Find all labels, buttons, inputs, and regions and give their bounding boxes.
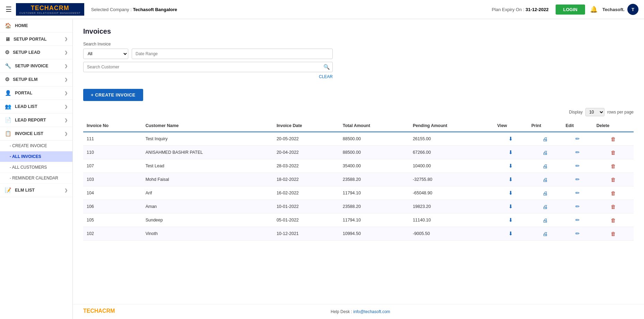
cell-print[interactable]: 🖨	[528, 200, 562, 213]
sidebar-item-portal[interactable]: 👤 PORTAL ❯	[0, 86, 72, 100]
table-body: 111 Test Inquiry 20-05-2022 88500.00 261…	[83, 132, 634, 241]
cell-edit[interactable]: ✏	[562, 200, 593, 213]
sidebar-item-elm-list[interactable]: 📝 ELM LIST ❯	[0, 184, 72, 197]
cell-view[interactable]: ⬇	[494, 146, 528, 159]
login-button[interactable]: LOGIN	[556, 5, 585, 15]
edit-icon[interactable]: ✏	[575, 203, 580, 209]
cell-delete[interactable]: 🗑	[593, 173, 634, 186]
cell-delete[interactable]: 🗑	[593, 227, 634, 241]
chevron-right-icon: ❯	[64, 64, 68, 68]
cell-delete[interactable]: 🗑	[593, 200, 634, 213]
sidebar-item-home[interactable]: 🏠 HOME	[0, 19, 72, 33]
cell-view[interactable]: ⬇	[494, 213, 528, 227]
sidebar-sub-create-invoice[interactable]: - CREATE INVOICE	[0, 141, 72, 151]
cell-edit[interactable]: ✏	[562, 132, 593, 146]
delete-icon[interactable]: 🗑	[611, 177, 616, 183]
cell-date: 18-02-2022	[273, 173, 339, 186]
cell-view[interactable]: ⬇	[494, 186, 528, 200]
cell-view[interactable]: ⬇	[494, 159, 528, 173]
cell-print[interactable]: 🖨	[528, 227, 562, 241]
cell-view[interactable]: ⬇	[494, 200, 528, 213]
edit-icon[interactable]: ✏	[575, 136, 580, 142]
cell-edit[interactable]: ✏	[562, 159, 593, 173]
sidebar-item-setup-lead[interactable]: ⚙ SETUP LEAD ❯	[0, 46, 72, 59]
edit-icon[interactable]: ✏	[575, 149, 580, 155]
sidebar-sub-reminder-calendar[interactable]: - REMINDER CALENDAR	[0, 173, 72, 184]
cell-delete[interactable]: 🗑	[593, 186, 634, 200]
edit-icon[interactable]: ✏	[575, 190, 580, 196]
view-icon[interactable]: ⬇	[508, 136, 513, 142]
print-icon[interactable]: 🖨	[542, 217, 548, 223]
cell-delete[interactable]: 🗑	[593, 132, 634, 146]
view-icon[interactable]: ⬇	[508, 163, 513, 169]
view-icon[interactable]: ⬇	[508, 190, 513, 196]
cell-delete[interactable]: 🗑	[593, 159, 634, 173]
cell-edit[interactable]: ✏	[562, 173, 593, 186]
sidebar-item-setup-portal[interactable]: 🖥 SETUP PORTAL ❯	[0, 33, 72, 46]
cell-view[interactable]: ⬇	[494, 227, 528, 241]
view-icon[interactable]: ⬇	[508, 217, 513, 223]
create-invoice-button[interactable]: + CREATE INVOICE	[83, 89, 143, 101]
clear-link: CLEAR	[83, 74, 333, 79]
delete-icon[interactable]: 🗑	[611, 136, 616, 142]
sidebar-item-lead-list[interactable]: 👥 LEAD LIST ❯	[0, 100, 72, 114]
view-icon[interactable]: ⬇	[508, 176, 513, 182]
sidebar: 🏠 HOME 🖥 SETUP PORTAL ❯ ⚙ SETUP LEAD ❯ 🔧…	[0, 19, 73, 319]
setup-lead-icon: ⚙	[5, 49, 9, 56]
delete-icon[interactable]: 🗑	[611, 190, 616, 196]
bell-icon[interactable]: 🔔	[590, 6, 598, 13]
search-section: Search Invoice All Active Inactive 🔍 CLE…	[83, 42, 634, 79]
sidebar-item-invoice-list[interactable]: 📋 INVOICE LIST ❯	[0, 127, 72, 141]
cell-edit[interactable]: ✏	[562, 213, 593, 227]
cell-delete[interactable]: 🗑	[593, 146, 634, 159]
search-icon[interactable]: 🔍	[323, 64, 330, 70]
print-icon[interactable]: 🖨	[542, 136, 548, 142]
view-icon[interactable]: ⬇	[508, 203, 513, 209]
print-icon[interactable]: 🖨	[542, 150, 548, 156]
cell-delete[interactable]: 🗑	[593, 213, 634, 227]
edit-icon[interactable]: ✏	[575, 163, 580, 169]
cell-print[interactable]: 🖨	[528, 173, 562, 186]
delete-icon[interactable]: 🗑	[611, 163, 616, 169]
print-icon[interactable]: 🖨	[542, 190, 548, 196]
cell-print[interactable]: 🖨	[528, 146, 562, 159]
date-range-input[interactable]	[132, 49, 333, 59]
cell-print[interactable]: 🖨	[528, 186, 562, 200]
search-customer-input[interactable]	[83, 62, 333, 72]
print-icon[interactable]: 🖨	[542, 163, 548, 169]
view-icon[interactable]: ⬇	[508, 230, 513, 236]
print-icon[interactable]: 🖨	[542, 177, 548, 183]
cell-print[interactable]: 🖨	[528, 159, 562, 173]
cell-customer: Arif	[142, 186, 273, 200]
sidebar-sub-all-customers[interactable]: - ALL CUSTOMERS	[0, 162, 72, 173]
cell-view[interactable]: ⬇	[494, 173, 528, 186]
cell-edit[interactable]: ✏	[562, 146, 593, 159]
edit-icon[interactable]: ✏	[575, 230, 580, 236]
delete-icon[interactable]: 🗑	[611, 231, 616, 237]
print-icon[interactable]: 🖨	[542, 231, 548, 237]
menu-icon[interactable]: ☰	[6, 5, 12, 14]
clear-button[interactable]: CLEAR	[319, 74, 333, 79]
edit-icon[interactable]: ✏	[575, 176, 580, 182]
sidebar-sub-all-invoices[interactable]: - ALL INVOICES	[0, 151, 72, 162]
cell-edit[interactable]: ✏	[562, 227, 593, 241]
cell-pending: 67266.00	[409, 146, 494, 159]
delete-icon[interactable]: 🗑	[611, 204, 616, 210]
view-icon[interactable]: ⬇	[508, 149, 513, 155]
status-filter[interactable]: All Active Inactive	[83, 49, 128, 59]
delete-icon[interactable]: 🗑	[611, 217, 616, 223]
cell-print[interactable]: 🖨	[528, 213, 562, 227]
sidebar-item-setup-elm[interactable]: ⚙ SETUP ELM ❯	[0, 73, 72, 86]
rows-per-page-select[interactable]: 10 25 50 100	[585, 108, 604, 116]
logo-sub: CUSTOMER RELATIONSHIP MANAGEMENT	[19, 12, 81, 14]
help-email[interactable]: info@techasoft.com	[353, 309, 390, 314]
sidebar-item-label: SETUP PORTAL	[14, 37, 46, 42]
print-icon[interactable]: 🖨	[542, 204, 548, 210]
delete-icon[interactable]: 🗑	[611, 150, 616, 156]
cell-print[interactable]: 🖨	[528, 132, 562, 146]
sidebar-item-lead-report[interactable]: 📄 LEAD REPORT ❯	[0, 114, 72, 127]
edit-icon[interactable]: ✏	[575, 217, 580, 223]
cell-edit[interactable]: ✏	[562, 186, 593, 200]
cell-view[interactable]: ⬇	[494, 132, 528, 146]
sidebar-item-setup-invoice[interactable]: 🔧 SETUP INVOICE ❯	[0, 59, 72, 73]
